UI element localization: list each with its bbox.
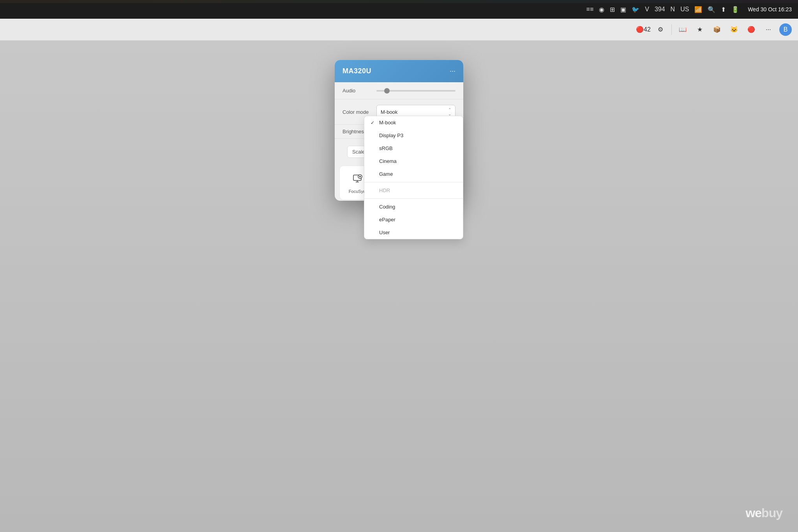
menu-icon-search[interactable]: 🔍 — [708, 6, 715, 13]
second-bar-icon-record[interactable]: 🔴 — [745, 23, 757, 36]
dropdown-item-mbook[interactable]: ✓ M-book — [364, 116, 463, 129]
dropdown-item-label: sRGB — [379, 145, 393, 151]
svg-point-4 — [359, 176, 361, 177]
dropdown-item-label: ePaper — [379, 217, 395, 223]
panel-title: MA320U — [343, 67, 371, 75]
menu-icon-v[interactable]: V — [645, 6, 649, 13]
dropdown-item-epaper[interactable]: ePaper — [364, 213, 463, 226]
second-bar-icon-gear[interactable]: ⚙ — [654, 23, 667, 36]
menu-icon-eye[interactable]: ◉ — [599, 6, 604, 13]
dropdown-divider — [364, 182, 463, 182]
menu-bar-icons: ≡≡ ◉ ⊞ ▣ 🐦 V 394 N US 📶 🔍 ⬆ 🔋 Wed 30 Oct… — [586, 6, 792, 13]
audio-row: Audio — [335, 82, 463, 99]
audio-label: Audio — [343, 88, 372, 94]
separator — [671, 24, 672, 35]
desktop-area: MA320U ··· Audio Color mode M-book ⌃⌄ — [0, 41, 798, 532]
dropdown-item-user[interactable]: User — [364, 226, 463, 239]
watermark-we: we — [745, 506, 761, 520]
menu-icon-pen[interactable]: 🐦 — [632, 6, 639, 13]
dropdown-item-srgb[interactable]: sRGB — [364, 142, 463, 155]
focusync-icon — [351, 171, 365, 186]
panel-header: MA320U ··· — [335, 60, 463, 82]
menu-bar-datetime: Wed 30 Oct 16:23 — [748, 6, 792, 12]
color-mode-dropdown: ✓ M-book Display P3 sRGB Cinema — [364, 116, 463, 239]
second-bar-icon-1[interactable]: 🔴42 — [637, 23, 650, 36]
second-bar-icon-star[interactable]: ★ — [694, 23, 706, 36]
second-bar-icon-b[interactable]: B — [779, 23, 792, 36]
color-mode-label: Color mode — [343, 109, 372, 115]
menu-icon-n[interactable]: N — [671, 6, 675, 13]
panel-body: Audio Color mode M-book ⌃⌄ ✓ M-book — [335, 82, 463, 201]
dropdown-item-cinema[interactable]: Cinema — [364, 155, 463, 168]
color-mode-row: Color mode M-book ⌃⌄ ✓ M-book Display P3 — [335, 99, 463, 125]
menu-icon-wifi[interactable]: 📶 — [694, 6, 702, 13]
dropdown-item-coding[interactable]: Coding — [364, 200, 463, 213]
dropdown-item-displayp3[interactable]: Display P3 — [364, 129, 463, 142]
menu-bar: ≡≡ ◉ ⊞ ▣ 🐦 V 394 N US 📶 🔍 ⬆ 🔋 Wed 30 Oct… — [0, 0, 798, 19]
dropdown-item-label: Cinema — [379, 158, 397, 164]
second-bar-icon-more[interactable]: ··· — [762, 23, 775, 36]
menu-icon-box[interactable]: ⊞ — [610, 6, 615, 13]
dropdown-item-label: Game — [379, 171, 393, 177]
ma320u-panel: MA320U ··· Audio Color mode M-book ⌃⌄ — [335, 60, 463, 201]
panel-menu-button[interactable]: ··· — [450, 67, 455, 75]
menu-icon-lines[interactable]: ≡≡ — [586, 6, 594, 13]
second-bar-icon-book[interactable]: 📖 — [676, 23, 689, 36]
dropdown-item-label: Display P3 — [379, 133, 403, 138]
check-icon: ✓ — [371, 120, 376, 125]
dropdown-divider-2 — [364, 198, 463, 199]
dropdown-item-game[interactable]: Game — [364, 168, 463, 180]
menu-icon-394[interactable]: 394 — [655, 6, 665, 13]
dropdown-item-label: HDR — [379, 187, 390, 193]
audio-slider[interactable] — [376, 90, 455, 92]
audio-slider-thumb[interactable] — [384, 88, 390, 94]
dropdown-item-label: M-book — [379, 120, 396, 125]
menu-icon-battery[interactable]: 🔋 — [731, 6, 739, 13]
menu-icon-us[interactable]: US — [680, 6, 689, 13]
second-bar: 🔴42 ⚙ 📖 ★ 📦 🐱 🔴 ··· B — [0, 19, 798, 41]
second-bar-icon-box[interactable]: 📦 — [711, 23, 723, 36]
dropdown-item-hdr-disabled: HDR — [364, 184, 463, 197]
color-mode-value: M-book — [381, 109, 397, 115]
watermark-buy: buy — [761, 506, 782, 520]
second-bar-icon-face[interactable]: 🐱 — [728, 23, 740, 36]
select-arrow-icon: ⌃⌄ — [448, 108, 451, 116]
webuy-watermark: webuy — [745, 506, 782, 520]
menu-icon-square[interactable]: ▣ — [620, 6, 626, 13]
menu-icon-upload[interactable]: ⬆ — [721, 6, 726, 13]
dropdown-item-label: Coding — [379, 204, 395, 210]
dropdown-item-label: User — [379, 230, 390, 235]
